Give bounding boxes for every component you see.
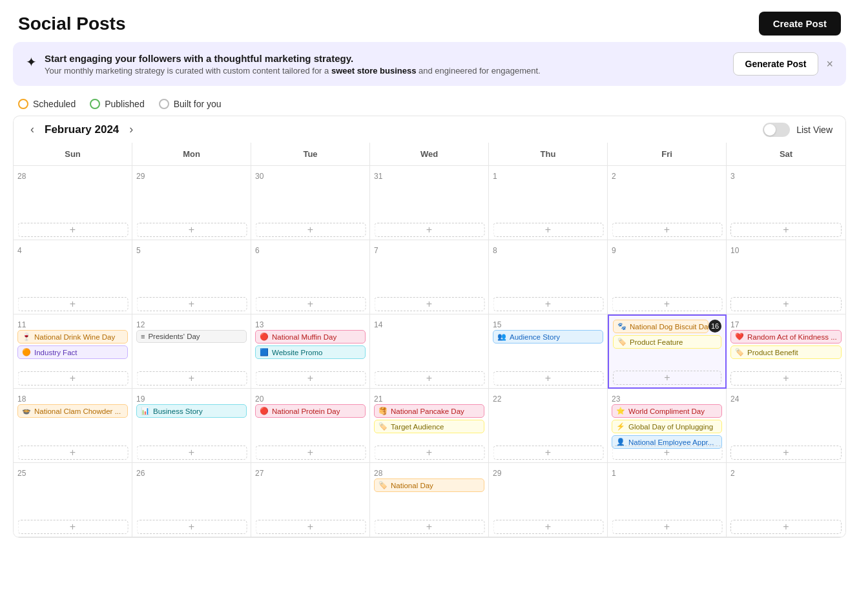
event-pill[interactable]: 🐾National Dog Biscuit Day [613,320,709,333]
cal-cell-w4d0[interactable]: 25+ [14,463,132,537]
cal-cell-w4d4[interactable]: 29+ [489,463,608,537]
cal-cell-w2d2[interactable]: 13🔴National Muffin Day🟦Website Promo+ [251,314,370,389]
event-pill[interactable]: ❤️Random Act of Kindness ... [730,330,842,344]
event-pill[interactable]: 📊Business Story [136,404,247,418]
cal-cell-w2d5[interactable]: 16🐾National Dog Biscuit Day🏷️Product Fea… [608,314,727,389]
add-event-button[interactable]: + [730,297,842,311]
event-pill[interactable]: ⭐World Compliment Day [612,404,722,418]
date-number: 3 [730,170,842,181]
add-event-button[interactable]: + [255,520,366,534]
add-event-button[interactable]: + [374,297,484,311]
event-pill[interactable]: 🔴National Protein Day [255,404,366,418]
add-event-button[interactable]: + [493,297,603,311]
cal-cell-w0d6[interactable]: 3+ [727,166,845,240]
cal-cell-w1d1[interactable]: 5+ [132,240,251,314]
add-event-button[interactable]: + [730,223,842,237]
cal-cell-w1d3[interactable]: 7+ [370,240,489,314]
event-pill[interactable]: ≡Presidents' Day [136,330,247,343]
cal-cell-w2d3[interactable]: 14+ [370,314,489,389]
event-pill[interactable]: 🔴National Muffin Day [255,330,366,344]
add-event-button[interactable]: + [136,223,247,237]
cal-cell-w1d2[interactable]: 6+ [251,240,370,314]
cal-cell-w4d2[interactable]: 27+ [251,463,370,537]
cal-cell-w3d0[interactable]: 18🍲National Clam Chowder ...+ [14,389,132,463]
cal-cell-w2d6[interactable]: 17❤️Random Act of Kindness ...🏷️Product … [727,314,845,389]
event-pill[interactable]: 🏷️Product Feature [613,335,721,349]
cal-cell-w0d1[interactable]: 29+ [132,166,251,240]
cal-cell-w3d2[interactable]: 20🔴National Protein Day+ [251,389,370,463]
cal-cell-w2d4[interactable]: 15👥Audience Story+ [489,314,608,389]
event-pill[interactable]: 🍲National Clam Chowder ... [17,404,128,418]
cal-cell-w4d5[interactable]: 1+ [608,463,727,537]
add-event-button[interactable]: + [493,446,603,460]
add-event-button[interactable]: + [255,297,366,311]
add-event-button[interactable]: + [136,371,247,385]
add-event-button[interactable]: + [612,223,722,237]
prev-month-button[interactable]: ‹ [26,121,38,138]
cal-cell-w0d0[interactable]: 28+ [14,166,132,240]
add-event-button[interactable]: + [493,371,603,385]
add-event-button[interactable]: + [730,446,842,460]
cal-cell-w0d4[interactable]: 1+ [489,166,608,240]
event-pill[interactable]: 🟦Website Promo [255,345,366,359]
add-event-button[interactable]: + [17,223,128,237]
add-event-button[interactable]: + [17,520,128,534]
add-event-button[interactable]: + [374,371,484,385]
cal-cell-w3d6[interactable]: 24+ [727,389,845,463]
add-event-button[interactable]: + [17,446,128,460]
next-month-button[interactable]: › [125,121,137,138]
event-label: National Dog Biscuit Day [630,323,709,331]
add-event-button[interactable]: + [493,223,603,237]
cal-cell-w1d4[interactable]: 8+ [489,240,608,314]
cal-cell-w1d5[interactable]: 9+ [608,240,727,314]
add-event-button[interactable]: + [255,371,366,385]
cal-cell-w0d3[interactable]: 31+ [370,166,489,240]
add-event-button[interactable]: + [612,446,722,460]
generate-post-button[interactable]: Generate Post [733,52,819,76]
cal-cell-w2d0[interactable]: 11🍷National Drink Wine Day🟠Industry Fact… [14,314,132,389]
add-event-button[interactable]: + [730,520,842,534]
add-event-button[interactable]: + [136,520,247,534]
banner-close-button[interactable]: × [826,57,833,71]
add-event-button[interactable]: + [612,297,722,311]
cal-cell-w4d1[interactable]: 26+ [132,463,251,537]
event-pill[interactable]: 🥞National Pancake Day [374,404,484,418]
event-label: National Day [391,482,433,489]
calendar-toolbar: ‹ February 2024 › List View [13,116,846,143]
create-post-button[interactable]: Create Post [759,12,841,36]
add-event-button[interactable]: + [493,520,603,534]
cal-cell-w4d6[interactable]: 2+ [727,463,845,537]
add-event-button[interactable]: + [255,446,366,460]
add-event-button[interactable]: + [730,371,842,385]
cal-cell-w1d6[interactable]: 10+ [727,240,845,314]
cal-cell-w3d1[interactable]: 19📊Business Story+ [132,389,251,463]
event-icon: 🏷️ [735,348,744,356]
add-event-button[interactable]: + [613,371,721,385]
event-pill[interactable]: 🏷️National Day [374,478,484,492]
event-pill[interactable]: 🏷️Target Audience [374,420,484,433]
cal-cell-w0d2[interactable]: 30+ [251,166,370,240]
cal-cell-w1d0[interactable]: 4+ [14,240,132,314]
view-toggle[interactable] [763,123,790,137]
add-event-button[interactable]: + [136,297,247,311]
add-event-button[interactable]: + [374,223,484,237]
cal-cell-w0d5[interactable]: 2+ [608,166,727,240]
event-pill[interactable]: 🍷National Drink Wine Day [17,330,128,344]
add-event-button[interactable]: + [255,223,366,237]
add-event-button[interactable]: + [374,446,484,460]
add-event-button[interactable]: + [17,297,128,311]
event-pill[interactable]: 🏷️Product Benefit [730,345,842,359]
add-event-button[interactable]: + [612,520,722,534]
cal-cell-w4d3[interactable]: 28🏷️National Day+ [370,463,489,537]
cal-cell-w3d5[interactable]: 23⭐World Compliment Day⚡Global Day of Un… [608,389,727,463]
date-number: 2 [612,170,722,181]
add-event-button[interactable]: + [374,520,484,534]
event-pill[interactable]: 👥Audience Story [493,330,603,344]
event-pill[interactable]: ⚡Global Day of Unplugging [612,420,722,433]
event-pill[interactable]: 🟠Industry Fact [17,345,128,359]
add-event-button[interactable]: + [17,371,128,385]
add-event-button[interactable]: + [136,446,247,460]
cal-cell-w2d1[interactable]: 12≡Presidents' Day+ [132,314,251,389]
cal-cell-w3d4[interactable]: 22+ [489,389,608,463]
cal-cell-w3d3[interactable]: 21🥞National Pancake Day🏷️Target Audience… [370,389,489,463]
